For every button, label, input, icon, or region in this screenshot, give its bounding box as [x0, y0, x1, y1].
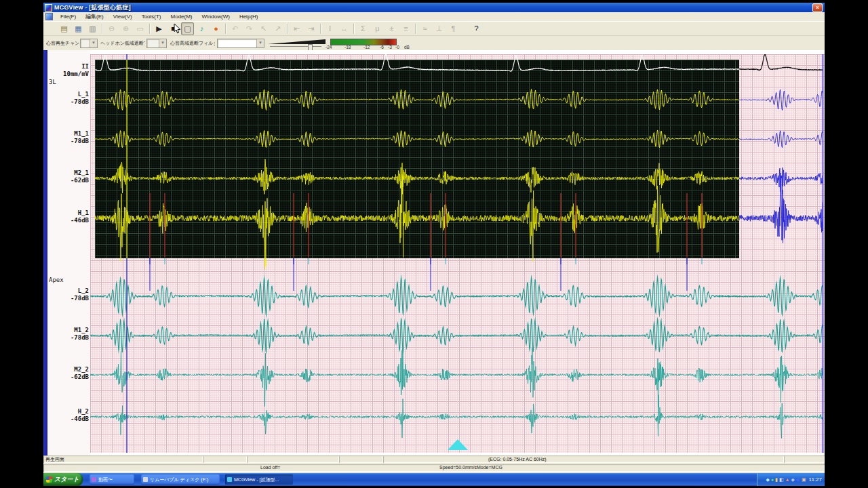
channel-label-M1_2-line: M1_2 — [71, 327, 89, 334]
task-icon — [92, 477, 96, 482]
help-icon[interactable]: ? — [470, 22, 483, 35]
toolbar-separator — [102, 24, 102, 34]
channel-label-M1_1-line: M1_1 — [71, 130, 89, 138]
select-icon[interactable]: ▢ — [181, 22, 194, 35]
menu-item-1[interactable]: 編集(E) — [81, 13, 108, 20]
system-tray: ◆●▮◧▲◈◉▣11:27 — [757, 473, 825, 486]
taskbar-task-0[interactable]: 動画〜 — [90, 474, 134, 485]
channel-label-M1_1: M1_1-78dB — [71, 130, 89, 145]
play-icon[interactable]: ▶ — [153, 22, 165, 35]
task-label: リムーバブル ディスク (F:) — [150, 476, 208, 483]
step-back-icon[interactable]: ⇤ — [290, 22, 303, 35]
print-icon[interactable]: ▥ — [86, 22, 99, 35]
db-scale-label: -12 — [363, 45, 370, 49]
marker-icon[interactable]: Ⅰ — [323, 22, 336, 35]
channel-label-M1_1-line: -78dB — [71, 138, 89, 145]
app-icon — [45, 4, 52, 12]
channel-label-H_1: H_1-46dB — [71, 209, 89, 224]
channel-label-L_2-line: -78dB — [71, 295, 89, 302]
calib-icon[interactable]: ⊥ — [433, 22, 446, 35]
channel-label-M2_1: M2_1-62dB — [71, 169, 89, 184]
tray-ime-icon[interactable]: ◈ — [791, 473, 794, 486]
waveform-canvas[interactable] — [90, 54, 825, 453]
status-load: Load off= — [260, 465, 280, 470]
site-label-upper: 3L — [49, 79, 56, 86]
step-fwd-icon[interactable]: ⇥ — [304, 22, 317, 35]
menu-item-4[interactable]: Mode(M) — [166, 14, 197, 20]
channel-label-M2_2-line: -62dB — [71, 373, 89, 381]
db-scale-label: -3 — [388, 45, 392, 49]
db-scale-label: dB — [404, 45, 410, 49]
tray-audio-icon[interactable]: ● — [771, 473, 774, 486]
db-scale-label: -6 — [380, 45, 384, 49]
sound-icon[interactable]: ♪ — [195, 22, 208, 35]
redo-icon[interactable]: ↷ — [243, 22, 256, 35]
tray-net-icon[interactable]: ▮ — [775, 473, 778, 486]
status-cell — [247, 455, 339, 463]
menu-item-3[interactable]: Tools(T) — [137, 14, 166, 20]
video-frame: MCGView - [拡張型心筋症] x File(F)編集(E)View(V)… — [0, 0, 868, 488]
site-label-upper-line: 3L — [49, 79, 56, 86]
undo-icon[interactable]: ↶ — [229, 22, 241, 35]
task-icon — [227, 477, 232, 482]
channel-label-H_2: H_2-46dB — [71, 408, 89, 423]
channel-label-H_2-line: -46dB — [71, 415, 89, 423]
zoom-fit-icon[interactable]: ▭ — [134, 22, 146, 35]
app-window: MCGView - [拡張型心筋症] x File(F)編集(E)View(V)… — [43, 3, 825, 473]
db-scale-label: -24 — [326, 45, 332, 49]
menu-item-2[interactable]: View(V) — [108, 14, 137, 20]
tray-power-icon[interactable]: ▣ — [802, 473, 806, 486]
status-cell — [784, 455, 825, 463]
tray-usb-icon[interactable]: ◧ — [779, 473, 784, 486]
open-icon[interactable]: ▤ — [58, 22, 71, 35]
close-button[interactable]: x — [812, 3, 823, 12]
waveform-workspace: II10mm/mV3LL_1-78dBM1_1-78dBM2_1-62dBH_1… — [43, 50, 825, 455]
channel-label-H_1-line: H_1 — [71, 209, 89, 217]
channel-label-M1_2-line: -78dB — [71, 334, 89, 342]
channel-label-M2_2: M2_2-62dB — [71, 366, 89, 381]
channel-label-L_2: L_2-78dB — [71, 287, 89, 302]
tray-msg-icon[interactable]: ◆ — [766, 473, 769, 486]
taskbar-task-1[interactable]: リムーバブル ディスク (F:) — [141, 474, 220, 485]
annotate-icon[interactable]: ¶ — [447, 22, 460, 35]
title-bar[interactable]: MCGView - [拡張型心筋症] x — [43, 3, 825, 12]
channel-label-M2_1-line: -62dB — [71, 177, 89, 184]
grid-icon[interactable]: ≡ — [399, 22, 412, 35]
menu-item-0[interactable]: File(F) — [56, 14, 81, 20]
ecg-channel-label-line: II — [63, 63, 89, 70]
save-icon[interactable]: ▦ — [72, 22, 85, 35]
zoom-out-icon[interactable]: ⊖ — [105, 22, 118, 35]
site-label-lower-line: Apex — [49, 277, 64, 284]
toolbar-separator — [287, 24, 288, 34]
sum-icon[interactable]: Σ — [357, 22, 370, 35]
tray-vol-icon[interactable]: ◉ — [796, 473, 800, 486]
site-label-lower: Apex — [49, 277, 64, 284]
start-button[interactable]: スタート — [43, 473, 83, 486]
task-label: 動画〜 — [98, 476, 113, 483]
cursor-a-icon[interactable]: ↖ — [257, 22, 270, 35]
start-label: スタート — [54, 475, 79, 484]
offset-icon[interactable]: ± — [385, 22, 398, 35]
task-label: MCGView - [拡張型... — [234, 476, 279, 483]
toolbar-separator — [353, 24, 354, 34]
channel-label-L_1-line: -78dB — [71, 98, 89, 106]
channel-label-M2_1-line: M2_1 — [71, 169, 89, 177]
channel-label-H_2-line: H_2 — [71, 408, 89, 415]
mean-icon[interactable]: μ — [371, 22, 384, 35]
db-scale-label: -0 — [395, 45, 399, 49]
status-bar: 再生画面 (ECG: 0.05-75Hz AC 60Hz) Load off= … — [43, 455, 825, 473]
taskbar: スタート 動画〜リムーバブル ディスク (F:)MCGView - [拡張型..… — [43, 473, 825, 486]
measure-icon[interactable]: ↔ — [338, 22, 351, 35]
windows-logo-icon — [46, 476, 52, 483]
menu-item-5[interactable]: Window(W) — [197, 14, 235, 20]
zoom-in-icon[interactable]: ⊕ — [119, 22, 132, 35]
status-mode-cell: 再生画面 — [43, 455, 203, 463]
record-icon[interactable]: ● — [210, 22, 222, 35]
taskbar-task-2[interactable]: MCGView - [拡張型... — [225, 474, 293, 485]
document-icon — [45, 13, 53, 20]
channel-label-L_1: L_1-78dB — [71, 91, 89, 106]
tray-av-icon[interactable]: ▲ — [785, 473, 790, 486]
filter-icon[interactable]: ≈ — [418, 22, 431, 35]
cursor-b-icon[interactable]: ↗ — [271, 22, 284, 35]
menu-item-6[interactable]: Help(H) — [235, 14, 263, 20]
